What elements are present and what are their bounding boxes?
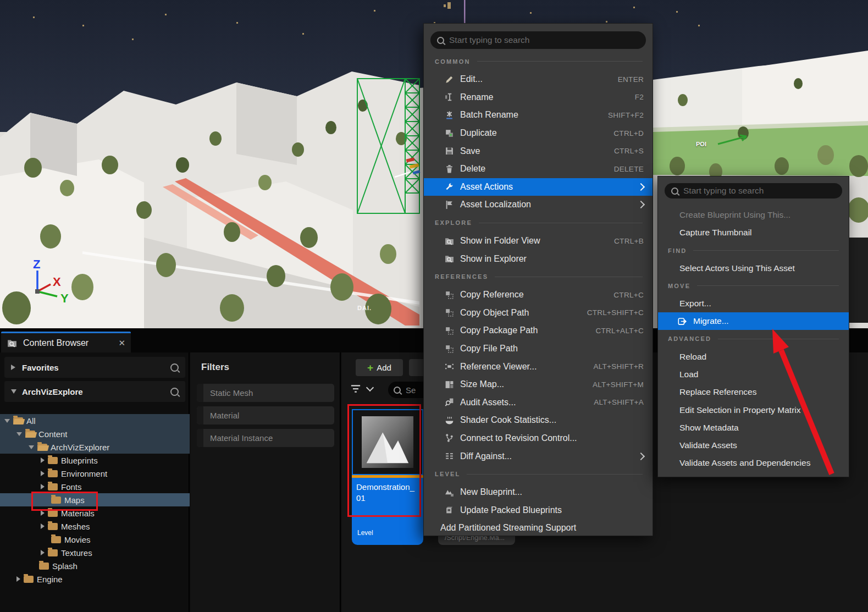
asset-tile-demonstration-01[interactable]: Demonstration_ 01 Level xyxy=(352,409,423,545)
menu-section-common: COMMON xyxy=(424,52,653,70)
filter-chip-material[interactable]: Material xyxy=(197,406,334,424)
shortcut-label: ENTER xyxy=(618,75,644,84)
menu-item-audit-assets[interactable]: Audit Assets...ALT+SHIFT+A xyxy=(424,394,653,412)
expander-arrow-icon[interactable] xyxy=(4,419,10,423)
menu-item-size-map[interactable]: Size Map...ALT+SHIFT+M xyxy=(424,376,653,394)
menu-item-new-blueprint[interactable]: New Blueprint... xyxy=(424,483,653,501)
tab-close-icon[interactable]: ✕ xyxy=(118,338,125,348)
menu-item-connect-to-revision-control[interactable]: Connect to Revision Control... xyxy=(424,429,653,448)
expander-arrow-icon[interactable] xyxy=(41,484,45,489)
menu-item-validate-assets[interactable]: Validate Assets xyxy=(658,437,849,454)
menu-item-reload[interactable]: Reload xyxy=(658,348,849,365)
menu-item-diff-against[interactable]: Diff Against... xyxy=(424,447,653,465)
project-label: ArchVizExplore xyxy=(22,387,83,396)
search-icon[interactable] xyxy=(170,363,179,372)
menu-item-save[interactable]: SaveCTRL+S xyxy=(424,142,653,160)
sidebar-item-archvizexplore[interactable]: ArchVizExplore xyxy=(4,381,185,402)
menu-item-label: Delete xyxy=(460,164,485,174)
menu-item-edit[interactable]: Edit...ENTER xyxy=(424,70,653,89)
menu-item-duplicate[interactable]: DuplicateCTRL+D xyxy=(424,124,653,142)
tree-item-fonts[interactable]: Fonts xyxy=(0,480,190,493)
menu-search-placeholder: Start typing to search xyxy=(449,35,529,45)
tree-item-label: Materials xyxy=(61,509,95,518)
menu-item-batch-rename[interactable]: Batch RenameSHIFT+F2 xyxy=(424,106,653,124)
menu-item-label: Copy Package Path xyxy=(460,326,538,335)
tree-item-movies[interactable]: Movies xyxy=(0,533,190,546)
menu-item-asset-localization[interactable]: Asset Localization xyxy=(424,196,653,214)
menu-item-validate-assets-and-dependencies[interactable]: Validate Assets and Dependencies xyxy=(658,454,849,472)
menu-item-capture-thumbnail[interactable]: Capture Thumbnail xyxy=(658,224,849,241)
menu-item-migrate[interactable]: Migrate... xyxy=(658,312,849,330)
submenu-search-input[interactable]: Start typing to search xyxy=(665,183,842,199)
edit-icon xyxy=(445,75,454,84)
menu-item-replace-references[interactable]: Replace References xyxy=(658,383,849,401)
menu-item-add-partitioned-streaming-support[interactable]: Add Partitioned Streaming Support xyxy=(424,519,653,536)
shortcut-label: ALT+SHIFT+A xyxy=(594,398,644,406)
chip-notch xyxy=(197,406,203,424)
menu-item-label: Add Partitioned Streaming Support xyxy=(440,523,576,533)
menu-item-delete[interactable]: DeleteDELETE xyxy=(424,160,653,178)
add-button[interactable]: + Add xyxy=(356,359,403,376)
menu-item-show-metadata[interactable]: Show Metadata xyxy=(658,419,849,437)
tree-item-textures[interactable]: Textures xyxy=(0,546,190,559)
expander-arrow-icon[interactable] xyxy=(41,550,45,555)
tree-item-archvizexplorer[interactable]: ArchVizExplorer xyxy=(0,440,190,454)
shortcut-label: CTRL+S xyxy=(614,147,644,155)
expander-arrow-icon[interactable] xyxy=(41,510,45,516)
menu-item-shader-cook-statistics[interactable]: Shader Cook Statistics... xyxy=(424,411,653,429)
expander-arrow-icon[interactable] xyxy=(16,576,20,582)
filter-chip-static-mesh[interactable]: Static Mesh xyxy=(197,384,334,402)
expander-spacer xyxy=(41,539,48,540)
menu-item-export[interactable]: Export... xyxy=(658,295,849,312)
copy-icon xyxy=(445,326,454,335)
expander-arrow-icon[interactable] xyxy=(41,471,45,476)
tree-item-maps[interactable]: Maps xyxy=(0,493,190,506)
expander-arrow-icon[interactable] xyxy=(29,445,34,449)
tree-item-blueprints[interactable]: Blueprints xyxy=(0,454,190,467)
expander-arrow-icon[interactable] xyxy=(41,523,45,529)
copy-icon xyxy=(445,290,454,300)
folder-icon xyxy=(24,576,34,583)
purple-line-decoration xyxy=(464,0,466,23)
tree-item-label: Blueprints xyxy=(61,456,98,465)
plus-icon: + xyxy=(367,362,373,374)
filter-chip-material-instance[interactable]: Material Instance xyxy=(197,429,334,447)
menu-item-update-packed-blueprints[interactable]: Update Packed Blueprints xyxy=(424,501,653,519)
menu-item-asset-actions[interactable]: Asset Actions xyxy=(424,178,653,196)
menu-item-edit-selection-in-property-matrix[interactable]: Edit Selection in Property Matrix xyxy=(658,401,849,418)
tree-item-content[interactable]: Content xyxy=(0,427,190,440)
sidebar-item-favorites[interactable]: Favorites xyxy=(4,357,185,378)
menu-search-input[interactable]: Start typing to search xyxy=(430,31,646,49)
asset-thumbnail[interactable] xyxy=(352,409,423,475)
menu-item-copy-package-path[interactable]: Copy Package PathCTRL+ALT+C xyxy=(424,322,653,340)
tree-item-materials[interactable]: Materials xyxy=(0,506,190,520)
menu-item-copy-reference[interactable]: Copy ReferenceCTRL+C xyxy=(424,286,653,304)
menu-item-copy-file-path[interactable]: Copy File Path xyxy=(424,340,653,358)
menu-item-rename[interactable]: RenameF2 xyxy=(424,89,653,107)
expander-arrow-icon[interactable] xyxy=(11,365,15,370)
asset-name-plate[interactable]: Demonstration_ 01 Level xyxy=(352,478,423,545)
tree-item-engine[interactable]: Engine xyxy=(0,572,190,586)
menu-item-label: Edit Selection in Property Matrix xyxy=(679,405,801,415)
tree-item-splash[interactable]: Splash xyxy=(0,559,190,572)
menu-item-reference-viewer[interactable]: Reference Viewer...ALT+SHIFT+R xyxy=(424,357,653,376)
expander-arrow-icon[interactable] xyxy=(16,432,22,436)
shortcut-label: CTRL+B xyxy=(614,237,644,245)
expander-arrow-icon[interactable] xyxy=(11,389,16,394)
tree-item-label: Content xyxy=(38,429,68,439)
menu-item-create-blueprint-using-this[interactable]: Create Blueprint Using This... xyxy=(658,206,849,224)
menu-item-show-in-folder-view[interactable]: Show in Folder ViewCTRL+B xyxy=(424,232,653,250)
tree-item-meshes[interactable]: Meshes xyxy=(0,520,190,533)
filter-dropdown[interactable] xyxy=(350,383,373,394)
menu-item-load[interactable]: Load xyxy=(658,366,849,383)
tree-item-environment[interactable]: Environment xyxy=(0,467,190,480)
menu-item-select-actors-using-this-asset[interactable]: Select Actors Using This Asset xyxy=(658,260,849,277)
tree-item-all[interactable]: All xyxy=(0,414,190,427)
menu-item-show-in-explorer[interactable]: Show in Explorer xyxy=(424,250,653,268)
tree-item-label: ArchVizExplorer xyxy=(51,443,109,452)
search-icon[interactable] xyxy=(170,388,179,396)
menu-item-copy-object-path[interactable]: Copy Object PathCTRL+SHIFT+C xyxy=(424,304,653,322)
tab-content-browser[interactable]: Content Browser ✕ xyxy=(1,332,131,352)
expander-arrow-icon[interactable] xyxy=(41,457,45,463)
asset-actions-submenu: Start typing to search Create Blueprint … xyxy=(657,176,849,477)
